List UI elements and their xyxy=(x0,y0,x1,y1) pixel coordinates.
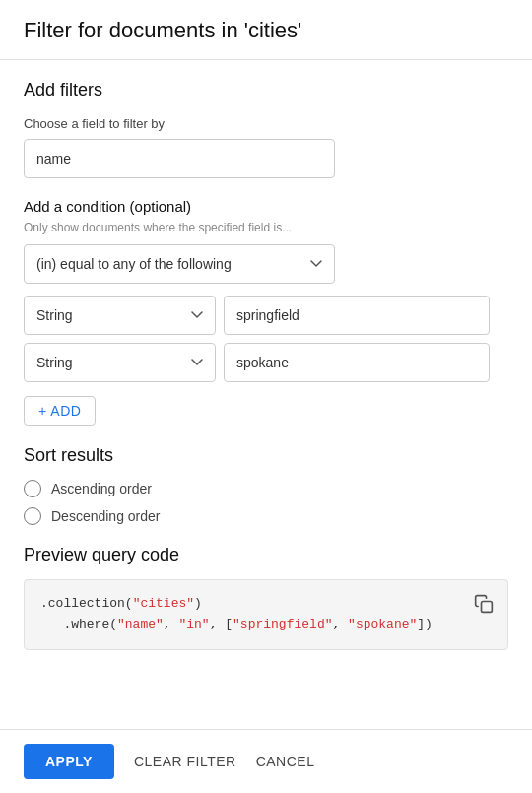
sort-ascending-text: Ascending order xyxy=(51,481,152,496)
sort-descending-label[interactable]: Descending order xyxy=(24,507,508,525)
sort-descending-text: Descending order xyxy=(51,508,161,524)
preview-title: Preview query code xyxy=(24,545,508,565)
value-input-1[interactable] xyxy=(224,296,490,335)
copy-button[interactable] xyxy=(470,590,498,621)
code-line-1: .collection("cities") xyxy=(40,594,492,615)
code-line-2: .where("name", "in", ["springfield", "sp… xyxy=(40,615,492,635)
apply-button[interactable]: APPLY xyxy=(24,744,114,779)
clear-filter-button[interactable]: CLEAR FILTER xyxy=(134,754,236,769)
preview-section: Preview query code .collection("cities")… xyxy=(0,525,532,650)
svg-rect-0 xyxy=(482,602,493,613)
condition-section: Add a condition (optional) Only show doc… xyxy=(0,178,532,426)
cancel-button[interactable]: CANCEL xyxy=(256,754,315,769)
sort-title: Sort results xyxy=(24,445,508,466)
code-collection-prefix: .collection( xyxy=(40,596,133,611)
condition-dropdown[interactable]: (in) equal to any of the following (not … xyxy=(24,244,335,284)
sort-ascending-label[interactable]: Ascending order xyxy=(24,480,508,497)
copy-icon xyxy=(474,594,494,614)
add-filters-section: Add filters Choose a field to filter by xyxy=(0,60,532,178)
code-where-end: ]) xyxy=(417,617,432,631)
sort-descending-radio[interactable] xyxy=(24,507,41,525)
add-filters-title: Add filters xyxy=(24,80,508,100)
value-row: String Number Boolean xyxy=(24,343,508,382)
condition-hint: Only show documents where the specified … xyxy=(24,221,508,234)
code-where-name: "name" xyxy=(117,617,164,631)
sort-section: Sort results Ascending order Descending … xyxy=(0,426,532,525)
code-where-prefix: .where( xyxy=(40,617,117,631)
page-title: Filter for documents in 'cities' xyxy=(0,0,532,60)
code-block: .collection("cities") .where("name", "in… xyxy=(24,579,508,650)
field-input[interactable] xyxy=(24,139,335,178)
code-where-in: "in" xyxy=(178,617,209,631)
code-where-sep1: , xyxy=(164,617,179,631)
field-label: Choose a field to filter by xyxy=(24,116,508,131)
sort-radio-group: Ascending order Descending order xyxy=(24,480,508,525)
condition-title: Add a condition (optional) xyxy=(24,198,508,215)
value-row: String Number Boolean xyxy=(24,296,508,335)
code-where-springfield: "springfield" xyxy=(233,617,332,631)
add-button[interactable]: + ADD xyxy=(24,396,96,426)
sort-ascending-radio[interactable] xyxy=(24,480,41,497)
value-input-2[interactable] xyxy=(224,343,490,382)
footer: APPLY CLEAR FILTER CANCEL xyxy=(0,729,532,793)
type-select-2[interactable]: String Number Boolean xyxy=(24,343,216,382)
code-collection-suffix: ) xyxy=(194,596,202,611)
code-where-sep3: , xyxy=(332,617,348,631)
code-where-spokane: "spokane" xyxy=(348,617,417,631)
value-rows: String Number Boolean String Number Bool… xyxy=(24,296,508,382)
code-collection-string: "cities" xyxy=(133,596,194,611)
type-select-1[interactable]: String Number Boolean xyxy=(24,296,216,335)
code-where-sep2: , [ xyxy=(210,617,233,631)
